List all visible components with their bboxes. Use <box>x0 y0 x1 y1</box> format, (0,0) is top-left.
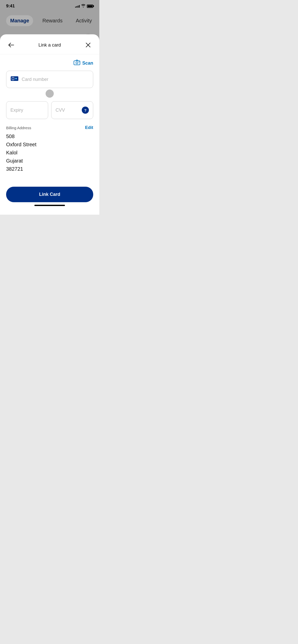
scan-label[interactable]: Scan <box>82 61 93 66</box>
svg-point-2 <box>78 62 79 62</box>
link-card-modal: Link a card Scan <box>0 34 99 215</box>
billing-section: Billing Address Edit 508 Oxford Street K… <box>6 125 93 179</box>
modal-header: Link a card <box>0 34 99 54</box>
expiry-cvv-row: Expiry CVV ? <box>6 101 93 119</box>
cvv-help-icon[interactable]: ? <box>82 107 89 114</box>
svg-point-1 <box>76 62 78 64</box>
modal-content: Scan Card number Expiry CVV ? <box>0 54 99 184</box>
svg-rect-0 <box>74 61 80 65</box>
cvv-placeholder: CVV <box>56 108 65 113</box>
home-indicator <box>0 202 99 207</box>
card-number-field[interactable]: Card number <box>6 71 93 88</box>
billing-edit-button[interactable]: Edit <box>85 125 93 130</box>
modal-title: Link a card <box>38 42 61 48</box>
expiry-placeholder: Expiry <box>10 108 23 113</box>
camera-scan-icon <box>74 60 80 67</box>
billing-line2: Oxford Street <box>6 140 93 149</box>
card-number-placeholder: Card number <box>22 77 48 82</box>
billing-header: Billing Address Edit <box>6 125 93 130</box>
billing-address-label: Billing Address <box>6 126 31 130</box>
billing-line5: 382721 <box>6 165 93 173</box>
scan-row: Scan <box>6 60 93 67</box>
billing-address: 508 Oxford Street Kalol Gujarat 382721 <box>6 132 93 173</box>
home-bar <box>34 205 65 206</box>
modal-back-button[interactable] <box>6 40 16 50</box>
modal-close-button[interactable] <box>83 40 93 50</box>
drag-indicator <box>46 90 54 98</box>
billing-line3: Kalol <box>6 149 93 157</box>
link-card-button[interactable]: Link Card <box>6 187 93 202</box>
expiry-field[interactable]: Expiry <box>6 101 48 119</box>
billing-line1: 508 <box>6 132 93 140</box>
card-chip-icon <box>10 76 19 83</box>
billing-line4: Gujarat <box>6 157 93 165</box>
cvv-field[interactable]: CVV ? <box>51 101 93 119</box>
